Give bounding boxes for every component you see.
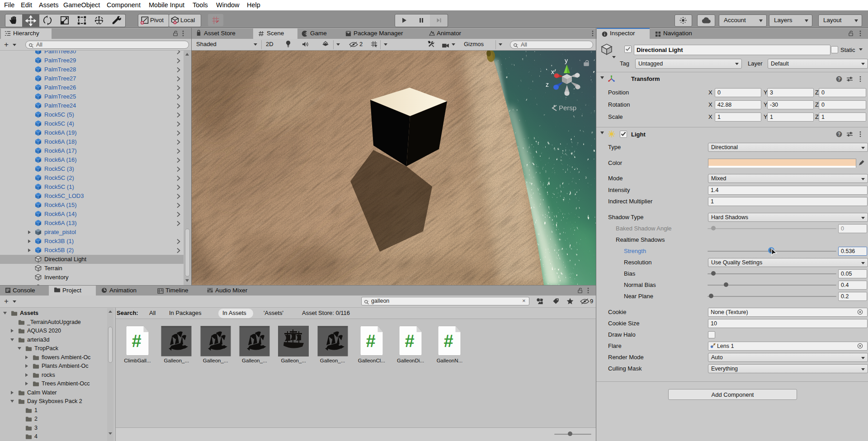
svg-text:#: #: [405, 332, 415, 351]
svg-text:?: ?: [838, 132, 840, 137]
svg-text:#: #: [132, 332, 141, 351]
svg-text:#: #: [366, 332, 375, 351]
svg-text:?: ?: [838, 77, 840, 82]
svg-text:z: z: [546, 81, 549, 88]
svg-text:x: x: [551, 68, 554, 75]
svg-text:Persp: Persp: [559, 104, 576, 112]
svg-text:y: y: [565, 57, 568, 64]
svg-text:#: #: [444, 332, 453, 351]
